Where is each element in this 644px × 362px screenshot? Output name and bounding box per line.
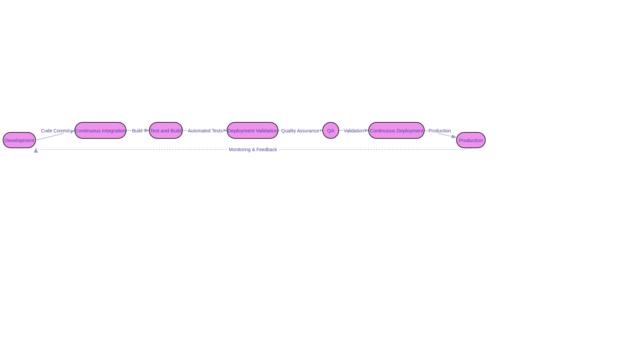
edge-label-validation: Validation (343, 128, 365, 133)
node-deployment-validation: Deployment Validation (227, 122, 278, 139)
node-label: Development (4, 137, 34, 143)
node-label: Deployment Validation (228, 128, 278, 133)
node-continuous-integration: Continuous Integration (74, 122, 126, 139)
node-test-and-build: Test and Build (149, 122, 183, 139)
node-label: Test and Build (150, 128, 181, 133)
node-production: Production (456, 132, 486, 148)
node-qa: QA (322, 122, 339, 139)
arrow-layer (0, 0, 644, 362)
edge-label-code-commit: Code Commit (40, 128, 70, 133)
cicd-flowchart: Development Continuous Integration Test … (0, 0, 644, 362)
node-development: Development (3, 132, 36, 148)
node-label: Production (459, 137, 483, 143)
node-label: Continuous Integration (75, 128, 126, 133)
node-label: QA (327, 128, 334, 133)
edge-label-monitoring: Monitoring & Feedback (228, 147, 278, 152)
edge-label-automated-tests: Automated Tests (187, 128, 223, 133)
edge-label-quality-assurance: Quality Assurance (281, 128, 320, 133)
edge-label-production: Production (428, 128, 452, 133)
node-continuous-deployment: Continuous Deployment (368, 122, 425, 139)
node-label: Continuous Deployment (370, 128, 423, 133)
edge-label-build: Build (131, 128, 143, 133)
